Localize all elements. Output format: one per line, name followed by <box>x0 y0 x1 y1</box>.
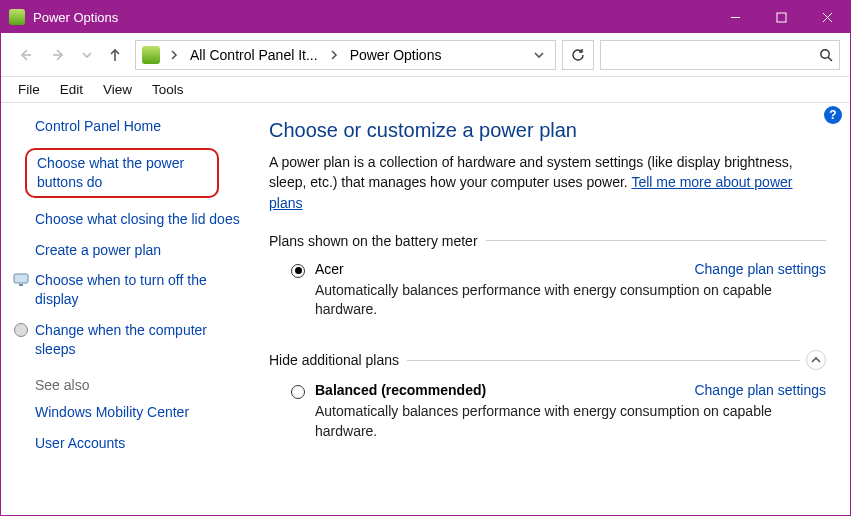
plan-name[interactable]: Acer <box>315 261 344 277</box>
collapse-section-button[interactable] <box>806 350 826 370</box>
svg-rect-9 <box>14 274 28 283</box>
nav-forward-button[interactable] <box>45 41 73 69</box>
sidebar-see-also-users[interactable]: User Accounts <box>35 434 247 453</box>
additional-plans-section: Hide additional plans Balanced (recommen… <box>269 344 826 445</box>
nav-recent-dropdown[interactable] <box>79 41 95 69</box>
change-plan-settings-link[interactable]: Change plan settings <box>694 382 826 398</box>
page-heading: Choose or customize a power plan <box>269 119 826 142</box>
sidebar-link-create-plan[interactable]: Create a power plan <box>35 241 247 260</box>
menu-tools[interactable]: Tools <box>143 80 193 99</box>
breadcrumb-segment[interactable]: All Control Panel It... <box>184 47 324 63</box>
plan-description: Automatically balances performance with … <box>315 402 826 441</box>
menu-edit[interactable]: Edit <box>51 80 92 99</box>
page-intro: A power plan is a collection of hardware… <box>269 152 826 213</box>
chevron-right-icon[interactable] <box>326 41 342 69</box>
nav-back-button[interactable] <box>11 41 39 69</box>
sidebar-link-label: Change when the computer sleeps <box>35 322 207 357</box>
plan-radio-acer[interactable] <box>291 264 305 278</box>
sidebar-link-power-buttons[interactable]: Choose what the power buttons do <box>25 148 219 198</box>
maximize-button[interactable] <box>758 1 804 33</box>
plans-shown-section: Plans shown on the battery meter Acer Ch… <box>269 227 826 324</box>
refresh-button[interactable] <box>562 40 594 70</box>
plan-row: Acer Change plan settings Automatically … <box>269 255 826 324</box>
moon-icon <box>13 322 29 338</box>
breadcrumb-segment[interactable]: Power Options <box>344 47 448 63</box>
sidebar-home-link[interactable]: Control Panel Home <box>35 117 247 136</box>
app-icon <box>9 9 25 25</box>
plan-radio-balanced[interactable] <box>291 385 305 399</box>
section-title: Plans shown on the battery meter <box>269 233 486 249</box>
svg-rect-1 <box>777 13 786 22</box>
sidebar-link-closing-lid[interactable]: Choose what closing the lid does <box>35 210 247 229</box>
control-panel-icon <box>142 46 160 64</box>
close-button[interactable] <box>804 1 850 33</box>
menu-view[interactable]: View <box>94 80 141 99</box>
svg-point-7 <box>821 49 829 57</box>
menu-file[interactable]: File <box>9 80 49 99</box>
plan-row: Balanced (recommended) Change plan setti… <box>269 376 826 445</box>
see-also-heading: See also <box>35 377 247 393</box>
sidebar: Control Panel Home Choose what the power… <box>1 103 261 515</box>
address-bar: All Control Panel It... Power Options <box>1 33 850 77</box>
sidebar-see-also-mobility[interactable]: Windows Mobility Center <box>35 403 247 422</box>
svg-line-8 <box>828 57 832 61</box>
plan-name[interactable]: Balanced (recommended) <box>315 382 486 398</box>
change-plan-settings-link[interactable]: Change plan settings <box>694 261 826 277</box>
sidebar-link-computer-sleeps[interactable]: Change when the computer sleeps <box>35 321 247 359</box>
sidebar-link-turn-off-display[interactable]: Choose when to turn off the display <box>35 271 247 309</box>
menu-bar: File Edit View Tools <box>1 77 850 103</box>
chevron-right-icon[interactable] <box>166 41 182 69</box>
svg-rect-10 <box>19 284 23 286</box>
content-body: Control Panel Home Choose what the power… <box>1 103 850 515</box>
main-panel: ? Choose or customize a power plan A pow… <box>261 103 850 515</box>
search-input[interactable] <box>607 41 813 69</box>
search-icon[interactable] <box>813 48 833 62</box>
help-button[interactable]: ? <box>824 106 842 124</box>
breadcrumb[interactable]: All Control Panel It... Power Options <box>135 40 556 70</box>
plan-description: Automatically balances performance with … <box>315 281 826 320</box>
section-title[interactable]: Hide additional plans <box>269 352 407 368</box>
breadcrumb-dropdown[interactable] <box>527 50 551 60</box>
svg-point-11 <box>15 324 28 337</box>
window-title: Power Options <box>33 10 118 25</box>
minimize-button[interactable] <box>712 1 758 33</box>
titlebar: Power Options <box>1 1 850 33</box>
nav-up-button[interactable] <box>101 41 129 69</box>
sidebar-link-label: Choose when to turn off the display <box>35 272 207 307</box>
monitor-icon <box>13 272 29 288</box>
search-box[interactable] <box>600 40 840 70</box>
